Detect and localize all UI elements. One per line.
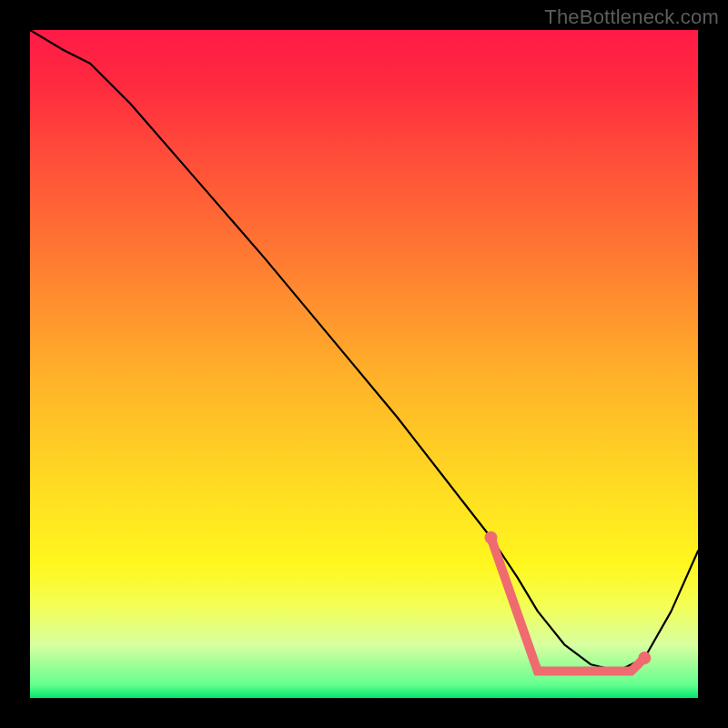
- attribution-label: TheBottleneck.com: [544, 5, 719, 29]
- series-group: [30, 30, 698, 672]
- marker-dot-end: [638, 652, 651, 664]
- plot-area: [30, 30, 698, 698]
- chart-svg: [30, 30, 698, 698]
- marker-segment: [491, 538, 645, 672]
- marker-group: [485, 531, 652, 672]
- chart-stage: TheBottleneck.com: [0, 0, 728, 728]
- bottleneck-curve-line: [30, 30, 698, 672]
- marker-dot-start: [485, 531, 498, 544]
